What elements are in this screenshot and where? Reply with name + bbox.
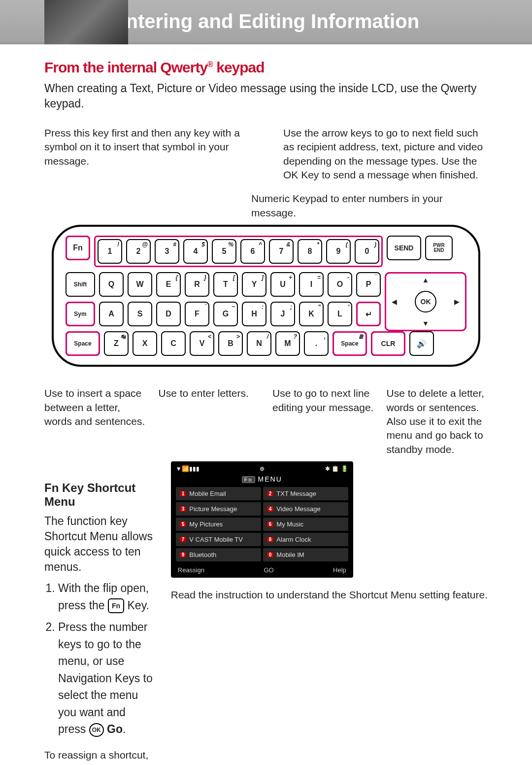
key-clr: CLR <box>371 331 405 356</box>
softkey-reassign: Reassign <box>178 566 204 574</box>
section-heading-main: From the internal Qwerty <box>44 59 207 75</box>
section-heading-reg: ® <box>207 60 213 69</box>
fn-shortcut-title: Fn Key Shortcut Menu <box>44 481 156 509</box>
key-z: Z↹ <box>104 331 129 356</box>
key-b: B> <box>218 331 243 356</box>
key-space-left: Space <box>66 331 100 356</box>
key-d: D <box>156 302 181 326</box>
status-right-icons: ✱ 📋 🔋 <box>325 465 348 472</box>
key-pwr-end: PWREND <box>425 236 453 260</box>
menu-item: 8Alarm Clock <box>263 533 348 546</box>
reassign-footnote: To reassign a shortcut, highlight the sh… <box>44 748 156 765</box>
callout-space: Use to insert a space between a letter, … <box>44 386 146 456</box>
key-g: G~ <box>213 302 238 326</box>
banner-title: Entering and Editing Information <box>113 10 419 33</box>
key-u: U+ <box>270 272 295 297</box>
key-o: O- <box>328 272 352 297</box>
menu-item: 1Mobile Email <box>176 487 261 500</box>
key-l: L' <box>328 302 352 326</box>
step-2: Press the number keys to go to the menu,… <box>58 619 156 738</box>
menu-item: 3Picture Message <box>176 502 261 516</box>
key-n: N/ <box>247 331 271 356</box>
section-heading: From the internal Qwerty® keypad <box>44 59 488 76</box>
inline-fn-key-icon: Fn <box>108 598 124 613</box>
dpad: ▲ ▼ ◀ ▶ OK <box>385 272 466 331</box>
section-heading-tail: keypad <box>213 59 265 75</box>
callout-numeric: Numeric Keypad to enter numbers in your … <box>251 192 488 220</box>
callout-enter: Use to go to next line editing your mess… <box>272 386 374 456</box>
menu-item: 2TXT Message <box>263 487 348 500</box>
key-space-right: Space🗎 <box>332 331 367 356</box>
key-k: K" <box>299 302 324 326</box>
fn-shortcut-desc: The function key Shortcut Menu allows qu… <box>44 514 156 575</box>
ok-key: OK <box>415 291 436 313</box>
menu-item: 9Bluetooth <box>176 548 261 561</box>
key-8: 8* <box>298 239 322 264</box>
key-a: A <box>99 302 124 326</box>
fn-menu-screenshot: ▼📶▮▮▮ ⊕ ✱ 📋 🔋 FnMENU 1Mobile Email2TXT M… <box>171 461 353 578</box>
key-3: 3# <box>155 239 179 264</box>
key-e: E{ <box>156 272 181 297</box>
step-1: With the flip open, press the Fn Key. <box>58 580 156 614</box>
key-q: Q <box>99 272 124 297</box>
key-h: H: <box>242 302 266 326</box>
key-5: 5% <box>212 239 236 264</box>
menu-item: 7V CAST Mobile TV <box>176 533 261 546</box>
status-bar: ▼📶▮▮▮ ⊕ ✱ 📋 🔋 <box>174 464 350 473</box>
key-2: 2@ <box>126 239 151 264</box>
key-period: ., <box>304 331 329 356</box>
key-x: X <box>133 331 157 356</box>
key-4: 4$ <box>183 239 208 264</box>
key-enter: ↵ <box>356 302 381 326</box>
key-sym: Sym <box>66 302 95 326</box>
key-0: 0) <box>355 239 379 264</box>
key-shift: Shift <box>66 272 95 297</box>
arrow-down-icon: ▼ <box>422 319 429 327</box>
key-v: V< <box>190 331 214 356</box>
numeric-highlight-box: 1! 2@ 3# 4$ 5% 6^ 7& 8* 9( 0) <box>94 236 383 267</box>
status-mid-icon: ⊕ <box>260 465 265 472</box>
menu-item: 0Mobile IM <box>263 548 348 561</box>
arrow-right-icon: ▶ <box>454 298 460 306</box>
status-left-icons: ▼📶▮▮▮ <box>176 465 200 472</box>
qwerty-keypad-diagram: Fn 1! 2@ 3# 4$ 5% 6^ 7& 8* 9( 0) SEND PW… <box>52 225 480 367</box>
key-1: 1! <box>98 239 122 264</box>
key-t: T[ <box>213 272 238 297</box>
menu-item: 5My Pictures <box>176 518 261 531</box>
key-m: M? <box>275 331 300 356</box>
menu-grid: 1Mobile Email2TXT Message3Picture Messag… <box>174 485 350 563</box>
menu-item: 4Video Message <box>263 502 348 516</box>
key-fn: Fn <box>66 236 90 260</box>
key-p: P¯ <box>356 272 381 297</box>
key-w: W <box>128 272 152 297</box>
softkey-help: Help <box>333 566 346 574</box>
key-send: SEND <box>387 236 421 260</box>
arrow-left-icon: ◀ <box>392 298 397 306</box>
read-instruction-note: Read the instruction to understand the S… <box>171 588 488 602</box>
callout-clr: Use to delete a letter, words or sentenc… <box>387 386 488 456</box>
arrow-up-icon: ▲ <box>422 276 429 284</box>
callout-fn: Press this key first and then any key wi… <box>44 126 249 182</box>
menu-header: FnMENU <box>174 473 350 485</box>
callout-arrows: Use the arrow keys to go to next field s… <box>283 126 488 182</box>
key-c: C <box>161 331 186 356</box>
key-j: J; <box>270 302 295 326</box>
menu-item: 6My Music <box>263 518 348 531</box>
banner-image <box>44 0 128 44</box>
key-6: 6^ <box>240 239 265 264</box>
fn-shortcut-steps: With the flip open, press the Fn Key. Pr… <box>44 580 156 738</box>
inline-ok-icon: OK <box>89 723 104 737</box>
key-r: R} <box>185 272 209 297</box>
key-f: F` <box>185 302 209 326</box>
key-speaker: 🔊 <box>409 331 434 356</box>
intro-text: When creating a Text, Picture or Video m… <box>44 81 488 111</box>
callout-letters: Use to enter letters. <box>159 386 260 456</box>
key-7: 7& <box>269 239 294 264</box>
key-9: 9( <box>326 239 351 264</box>
key-y: Y] <box>242 272 266 297</box>
key-s: S <box>128 302 152 326</box>
softkey-go: GO <box>264 566 273 574</box>
menu-header-fn-icon: Fn <box>242 476 255 483</box>
key-i: I= <box>299 272 324 297</box>
page-banner: Entering and Editing Information <box>0 0 532 44</box>
